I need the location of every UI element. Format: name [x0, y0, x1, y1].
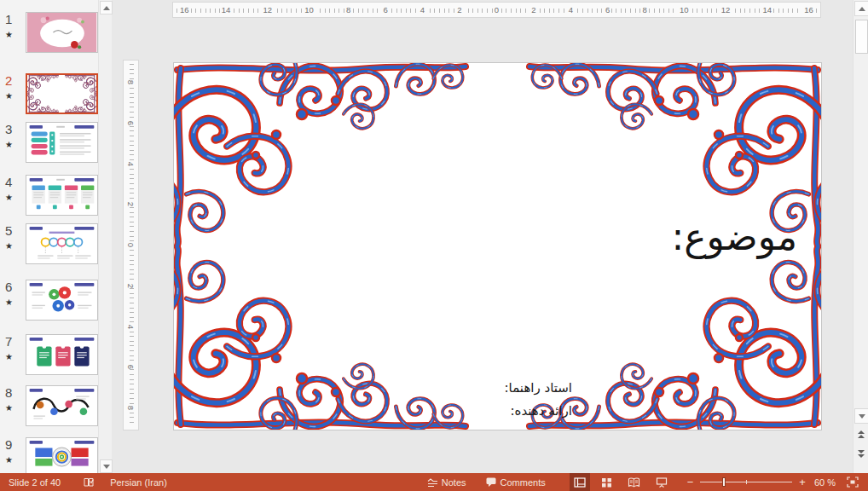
zoom-slider-knob[interactable]	[722, 477, 726, 487]
language-indicator[interactable]: Persian (Iran)	[105, 473, 172, 491]
arrow-down-icon	[103, 465, 110, 469]
ruler-number: 14	[761, 5, 773, 14]
slide-number: 2	[5, 73, 12, 88]
normal-view-button[interactable]	[570, 473, 590, 491]
ruler-number: 2	[455, 5, 463, 14]
animation-star-icon: ★	[5, 30, 22, 40]
slide-title-placeholder[interactable]: موضوع:	[672, 215, 797, 258]
corner-ornament-bottom-left	[174, 246, 481, 430]
main-vertical-scrollbar[interactable]	[853, 0, 868, 473]
slideshow-view-button[interactable]	[651, 473, 672, 491]
ruler-number: 12	[261, 5, 274, 14]
slide-sorter-view-button[interactable]	[597, 473, 617, 491]
vertical-ruler: 8 6 4 2 0 2 4 6 8	[123, 60, 139, 430]
thumbnail-slide-8: 8 ★	[0, 385, 98, 430]
slide-thumbnail[interactable]	[26, 437, 98, 473]
reading-view-button[interactable]	[624, 473, 645, 491]
slide-thumbnail[interactable]	[26, 12, 98, 53]
normal-view-icon	[574, 477, 586, 488]
slideshow-icon	[656, 477, 668, 488]
slide-thumbnail[interactable]	[26, 223, 98, 264]
ruler-number: 12	[720, 5, 732, 14]
ruler-number: 8	[126, 80, 136, 84]
zoom-in-button[interactable]: +	[796, 476, 809, 488]
slide-number: 1	[5, 12, 12, 26]
slide-number: 8	[5, 385, 12, 400]
presenter-line: ارائه دهنده:	[505, 400, 572, 423]
corner-ornament-top-left	[174, 63, 481, 246]
thumbnail-panel-scrollbar[interactable]	[98, 0, 112, 473]
status-bar: Slide 2 of 40 Persian (Iran) Notes	[0, 473, 868, 491]
slide-number: 4	[5, 175, 12, 189]
ruler-number: 10	[678, 5, 691, 14]
fit-slide-to-window-button[interactable]	[842, 473, 863, 491]
ruler-number: 4	[126, 161, 136, 165]
ruler-number: 2	[126, 202, 136, 206]
double-chevron-down-icon	[858, 450, 865, 453]
thumbnail-slide-3: 3 ★	[0, 122, 98, 166]
slide-number: 7	[5, 334, 12, 349]
animation-star-icon: ★	[5, 455, 22, 465]
ruler-number: 0	[493, 5, 501, 14]
slide-thumbnail[interactable]	[26, 385, 98, 426]
ruler-number: 6	[381, 5, 389, 14]
slide-thumbnail-panel: 1 ★ 2 ★	[0, 0, 98, 473]
animation-star-icon: ★	[5, 91, 22, 101]
zoom-slider[interactable]	[700, 473, 792, 491]
ruler-number: 4	[567, 5, 575, 14]
arrow-up-icon	[103, 6, 110, 10]
comments-label: Comments	[501, 477, 546, 488]
ruler-number: 10	[303, 5, 315, 14]
thumbnail-slide-6: 6 ★	[0, 280, 98, 324]
panel-scroll-down-button[interactable]	[100, 459, 113, 473]
arrow-up-icon	[859, 7, 865, 11]
supervisor-line: استاد راهنما:	[505, 377, 572, 400]
next-slide-button[interactable]	[855, 447, 867, 460]
panel-scroll-up-button[interactable]	[100, 1, 113, 14]
notes-button[interactable]: Notes	[422, 473, 472, 491]
scroll-down-button[interactable]	[854, 408, 868, 424]
ruler-number: 8	[344, 5, 352, 14]
slide-thumbnail[interactable]	[26, 175, 98, 216]
comments-icon	[485, 477, 497, 488]
ruler-number: 16	[178, 5, 191, 14]
animation-star-icon: ★	[5, 403, 22, 413]
slide-thumbnail[interactable]	[26, 280, 98, 321]
scroll-up-button[interactable]	[854, 1, 868, 16]
slide-number: 5	[5, 223, 12, 238]
slide-thumbnail-selected[interactable]	[26, 73, 98, 114]
double-chevron-up-icon	[858, 430, 865, 434]
slide-indicator[interactable]: Slide 2 of 40	[3, 473, 66, 491]
slide-thumbnail[interactable]	[26, 122, 98, 163]
zoom-out-button[interactable]: −	[684, 476, 697, 488]
slide-thumbnail[interactable]	[26, 334, 98, 375]
thumbnail-slide-5: 5 ★	[0, 223, 98, 268]
previous-slide-button[interactable]	[855, 427, 867, 441]
ruler-number: 2	[529, 5, 537, 14]
ruler-number: 6	[126, 365, 136, 369]
zoom-level[interactable]: 60 %	[814, 477, 836, 488]
slide-canvas[interactable]: موضوع: استاد راهنما: ارائه دهنده:	[173, 62, 822, 430]
zoom-slider-midpoint	[746, 480, 747, 484]
fit-to-window-icon	[847, 477, 859, 488]
ruler-number: 4	[419, 5, 426, 14]
spellcheck-button[interactable]	[78, 473, 100, 491]
arrow-down-icon	[859, 414, 865, 419]
ruler-number: 8	[126, 406, 136, 410]
ruler-number: 6	[604, 5, 611, 14]
animation-star-icon: ★	[5, 352, 22, 362]
double-chevron-down-icon	[858, 454, 865, 458]
slide-credits-placeholder[interactable]: استاد راهنما: ارائه دهنده:	[505, 377, 572, 423]
ruler-number: 8	[641, 5, 649, 14]
notes-label: Notes	[442, 477, 466, 488]
slide-sorter-icon	[601, 477, 612, 488]
scrollbar-thumb[interactable]	[855, 20, 868, 54]
ruler-number: 14	[220, 5, 233, 14]
thumbnail-slide-2: 2 ★	[0, 73, 98, 118]
thumbnail-slide-7: 7 ★	[0, 334, 98, 378]
reading-view-icon	[628, 477, 640, 488]
ruler-number: 16	[802, 5, 815, 14]
comments-button[interactable]: Comments	[480, 473, 551, 491]
double-chevron-up-icon	[858, 435, 865, 438]
thumbnail-slide-4: 4 ★	[0, 175, 98, 219]
